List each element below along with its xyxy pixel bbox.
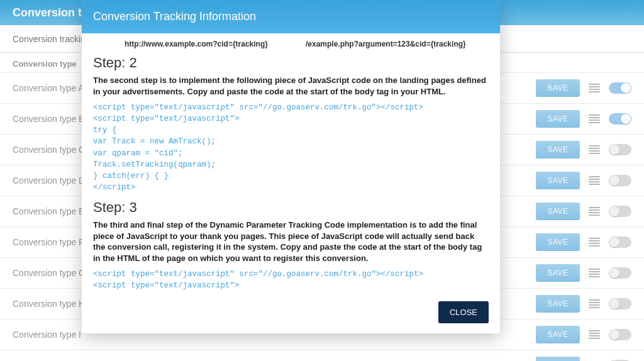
modal-body[interactable]: http://www.example.com?cid={tracking} /e… xyxy=(82,33,500,294)
step-3-desc: The third and final step of the Dynamic … xyxy=(93,219,489,264)
code-block-step2: <script type="text/javascript" src="//go… xyxy=(93,102,489,193)
code-block-step3: <script type="text/javascript" src="//go… xyxy=(93,269,489,294)
example-url-right: /example.php?argument=123&cid={tracking} xyxy=(306,40,466,48)
modal-title: Conversion Tracking Information xyxy=(82,0,500,33)
close-button[interactable]: CLOSE xyxy=(438,301,489,323)
example-url-left: http://www.example.com?cid={tracking} xyxy=(125,40,268,48)
modal-footer: CLOSE xyxy=(82,294,500,333)
step-2-title: Step: 2 xyxy=(93,55,489,71)
modal: Conversion Tracking Information http://w… xyxy=(82,0,500,333)
step-2-desc: The second step is to implement the foll… xyxy=(93,75,489,97)
step-3-title: Step: 3 xyxy=(93,199,489,216)
